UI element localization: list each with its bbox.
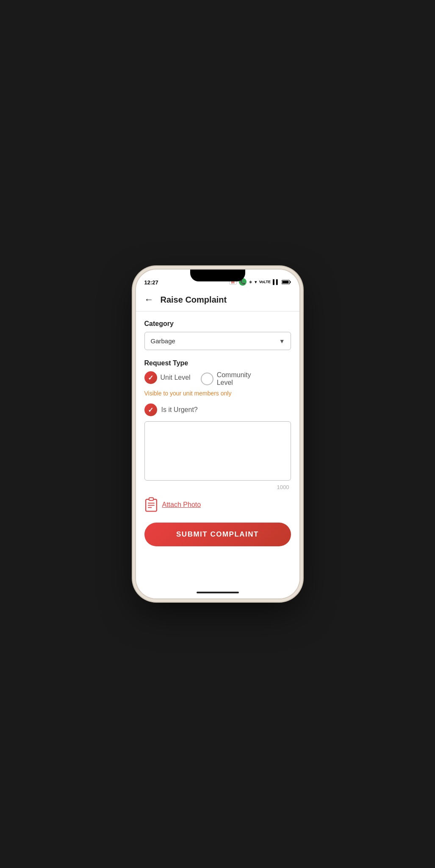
phone-frame: 12:27 M 📞 ∗ ▾ VoLTE ▌▌ ← Raise Complaint… — [135, 269, 300, 599]
volte-icon: VoLTE — [259, 280, 271, 284]
attach-photo-label: Attach Photo — [162, 501, 201, 509]
volume-down-button — [135, 350, 136, 367]
urgent-row[interactable]: Is it Urgent? — [144, 403, 291, 416]
app-content: ← Raise Complaint Category Garbage Noise… — [136, 288, 299, 598]
category-select-wrapper: Garbage Noise Maintenance Security Other… — [144, 332, 291, 350]
urgent-checkbox — [144, 403, 157, 416]
unit-level-option[interactable]: Unit Level — [144, 371, 191, 384]
category-select[interactable]: Garbage Noise Maintenance Security Other — [144, 332, 291, 350]
volume-up-button — [135, 329, 136, 346]
page-title: Raise Complaint — [161, 295, 227, 305]
urgent-label: Is it Urgent? — [161, 406, 198, 414]
radio-group: Unit Level CommunityLevel — [144, 371, 291, 387]
unit-level-label: Unit Level — [161, 374, 191, 381]
request-type-label: Request Type — [144, 359, 291, 367]
wifi-icon: ▾ — [255, 279, 257, 285]
bottom-bar — [136, 587, 299, 598]
attach-photo-row[interactable]: Attach Photo — [144, 497, 291, 512]
status-time: 12:27 — [144, 279, 158, 286]
notch — [190, 270, 245, 281]
clipboard-icon — [144, 497, 158, 512]
svg-rect-1 — [290, 281, 291, 283]
request-type-section: Request Type Unit Level CommunityLevel — [144, 359, 291, 387]
svg-rect-4 — [149, 498, 153, 500]
back-button[interactable]: ← — [144, 294, 154, 305]
description-wrapper: 1000 — [144, 421, 291, 490]
battery-icon — [282, 280, 291, 284]
form-area: Category Garbage Noise Maintenance Secur… — [136, 312, 299, 587]
visibility-note: Visible to your unit members only — [144, 390, 291, 397]
bluetooth-icon: ∗ — [249, 279, 252, 285]
unit-level-radio-checked — [144, 371, 157, 384]
community-level-radio-unchecked — [201, 373, 213, 385]
home-indicator — [197, 592, 239, 593]
svg-rect-2 — [282, 281, 288, 283]
char-count: 1000 — [144, 484, 291, 490]
submit-complaint-button[interactable]: SUBMIT COMPLAINT — [144, 523, 291, 546]
category-label: Category — [144, 320, 291, 328]
app-header: ← Raise Complaint — [136, 288, 299, 312]
signal-icon: ▌▌ — [273, 279, 280, 284]
community-level-option[interactable]: CommunityLevel — [201, 371, 251, 387]
description-textarea[interactable] — [144, 421, 291, 481]
community-level-label: CommunityLevel — [217, 371, 251, 387]
power-button — [299, 337, 300, 363]
